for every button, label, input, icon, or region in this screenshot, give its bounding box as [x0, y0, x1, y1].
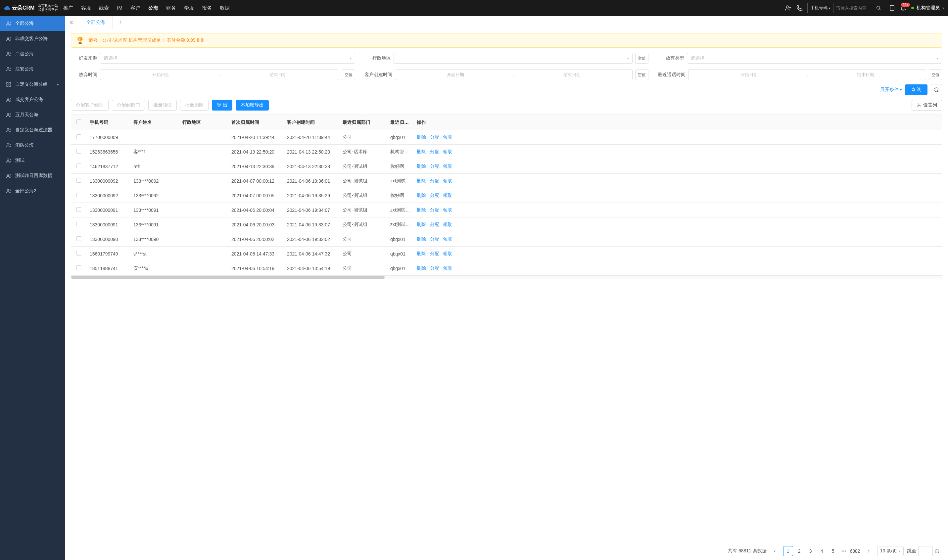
- search-type-select[interactable]: 手机号码▾: [808, 3, 834, 13]
- row-checkbox[interactable]: [77, 134, 81, 139]
- region-select[interactable]: ▾: [394, 53, 633, 63]
- row-delete-link[interactable]: 删除: [417, 265, 426, 271]
- search-icon[interactable]: [873, 5, 884, 11]
- abandon-time-range[interactable]: 开始日期~结束日期: [100, 69, 339, 80]
- topnav-item[interactable]: 学服: [184, 5, 194, 11]
- topnav-item[interactable]: 数据: [220, 5, 230, 11]
- friend-source-select[interactable]: 请选择▾: [100, 53, 355, 63]
- next-page-button[interactable]: ›: [864, 546, 874, 556]
- row-delete-link[interactable]: 删除: [417, 222, 426, 227]
- topnav-item[interactable]: IM: [117, 5, 123, 11]
- row-assign-link[interactable]: 分配: [430, 192, 439, 198]
- row-assign-link[interactable]: 分配: [430, 178, 439, 183]
- bell-icon[interactable]: 99+: [900, 5, 906, 11]
- row-claim-link[interactable]: 领取: [443, 236, 452, 242]
- h-scrollbar[interactable]: [71, 276, 942, 279]
- row-claim-link[interactable]: 领取: [443, 265, 452, 271]
- row-claim-link[interactable]: 领取: [443, 222, 452, 227]
- create-time-empty-button[interactable]: 空值: [635, 69, 648, 80]
- row-assign-link[interactable]: 分配: [430, 236, 439, 242]
- tablet-icon[interactable]: [889, 5, 896, 11]
- assign-dept-button[interactable]: 分配到部门: [112, 100, 145, 111]
- topnav-item[interactable]: 报名: [202, 5, 212, 11]
- row-assign-link[interactable]: 分配: [430, 149, 439, 154]
- add-user-icon[interactable]: [785, 5, 791, 11]
- row-checkbox[interactable]: [77, 163, 81, 168]
- row-delete-link[interactable]: 删除: [417, 236, 426, 242]
- columns-button[interactable]: 设置列: [912, 100, 942, 111]
- region-empty-button[interactable]: 空值: [635, 53, 648, 63]
- row-checkbox[interactable]: [77, 192, 81, 197]
- sidebar-item[interactable]: 非成交客户公海: [0, 31, 65, 46]
- last-page-button[interactable]: 6882: [850, 546, 860, 556]
- create-time-range[interactable]: 开始日期~结束日期: [395, 69, 633, 80]
- sidebar-item[interactable]: 全部公海: [0, 16, 65, 31]
- page-button[interactable]: 4: [817, 546, 827, 556]
- row-delete-link[interactable]: 删除: [417, 134, 426, 140]
- row-delete-link[interactable]: 删除: [417, 149, 426, 154]
- export-plain-button[interactable]: 不加密导出: [235, 100, 269, 111]
- topnav-item[interactable]: 推广: [63, 5, 73, 11]
- topnav-item[interactable]: 客服: [81, 5, 91, 11]
- row-claim-link[interactable]: 领取: [443, 163, 452, 169]
- sidebar-item[interactable]: 自定义公海分组▾: [0, 77, 65, 92]
- row-delete-link[interactable]: 删除: [417, 192, 426, 198]
- tab-collapse-icon[interactable]: [65, 16, 79, 29]
- expand-filters-link[interactable]: 展开条件▾: [880, 87, 902, 93]
- page-size-select[interactable]: 10 条/页▾: [877, 546, 903, 556]
- row-checkbox[interactable]: [77, 149, 81, 154]
- row-delete-link[interactable]: 删除: [417, 207, 426, 212]
- jump-input[interactable]: [918, 546, 933, 556]
- sidebar-item[interactable]: 五月天公海: [0, 107, 65, 123]
- page-button[interactable]: 2: [794, 546, 804, 556]
- user-menu[interactable]: 机构管理员 ▾: [911, 5, 944, 11]
- logo[interactable]: 云朵CRM 教育机构一站式服务云平台: [4, 4, 58, 12]
- topnav-item[interactable]: 客户: [131, 5, 140, 11]
- page-button[interactable]: 3: [806, 546, 816, 556]
- row-claim-link[interactable]: 领取: [443, 149, 452, 154]
- sidebar-item[interactable]: 成交客户公海: [0, 92, 65, 107]
- batch-claim-button[interactable]: 批量领取: [148, 100, 177, 111]
- sidebar-item[interactable]: 全部公海2: [0, 183, 65, 198]
- topnav-item[interactable]: 财务: [166, 5, 176, 11]
- abandon-time-empty-button[interactable]: 空值: [342, 69, 355, 80]
- sidebar-item[interactable]: 测试昨日回库数据: [0, 168, 65, 183]
- select-all-checkbox[interactable]: [77, 120, 81, 124]
- row-claim-link[interactable]: 领取: [443, 178, 452, 183]
- row-checkbox[interactable]: [77, 178, 81, 183]
- recent-call-range[interactable]: 开始日期~结束日期: [688, 69, 926, 80]
- phone-icon[interactable]: [796, 5, 803, 11]
- row-checkbox[interactable]: [77, 265, 81, 270]
- prev-page-button[interactable]: ‹: [770, 546, 780, 556]
- row-claim-link[interactable]: 领取: [443, 207, 452, 212]
- row-delete-link[interactable]: 删除: [417, 163, 426, 169]
- batch-delete-button[interactable]: 批量删除: [180, 100, 209, 111]
- sidebar-item[interactable]: 二咨公海: [0, 46, 65, 62]
- sidebar-item[interactable]: 消防公海: [0, 138, 65, 153]
- row-assign-link[interactable]: 分配: [430, 134, 439, 140]
- row-claim-link[interactable]: 领取: [443, 251, 452, 256]
- row-delete-link[interactable]: 删除: [417, 251, 426, 256]
- row-claim-link[interactable]: 领取: [443, 192, 452, 198]
- sidebar-item[interactable]: 自定义公海过滤器: [0, 123, 65, 138]
- page-button[interactable]: 5: [828, 546, 838, 556]
- abandon-type-select[interactable]: 请选择▾: [687, 53, 942, 63]
- tab-add-icon[interactable]: +: [112, 19, 128, 26]
- row-assign-link[interactable]: 分配: [430, 207, 439, 212]
- export-button[interactable]: 导 出: [212, 100, 232, 111]
- recent-call-empty-button[interactable]: 空值: [929, 69, 942, 80]
- refresh-icon[interactable]: [931, 84, 942, 95]
- row-checkbox[interactable]: [77, 207, 81, 212]
- tab-all-sea[interactable]: 全部公海: [79, 16, 112, 29]
- row-checkbox[interactable]: [77, 251, 81, 255]
- row-assign-link[interactable]: 分配: [430, 222, 439, 227]
- row-assign-link[interactable]: 分配: [430, 163, 439, 169]
- sidebar-item[interactable]: 注安公海: [0, 62, 65, 77]
- page-button[interactable]: 1: [783, 546, 793, 556]
- row-checkbox[interactable]: [77, 236, 81, 241]
- row-checkbox[interactable]: [77, 222, 81, 226]
- sidebar-item[interactable]: 测试: [0, 153, 65, 168]
- row-claim-link[interactable]: 领取: [443, 134, 452, 140]
- row-assign-link[interactable]: 分配: [430, 265, 439, 271]
- assign-mgr-button[interactable]: 分配客户经理: [71, 100, 109, 111]
